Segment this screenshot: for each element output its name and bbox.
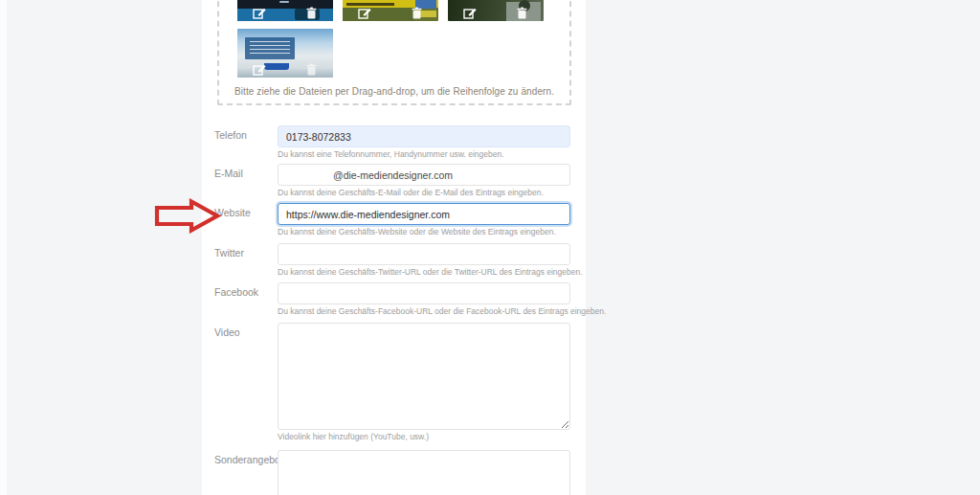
edit-icon[interactable]	[358, 7, 372, 19]
twitter-helper: Du kannst deine Geschäfts-Twitter-URL od…	[278, 267, 583, 277]
website-helper: Du kannst deine Geschäfts-Website oder d…	[278, 227, 556, 236]
video-textarea[interactable]	[278, 323, 570, 430]
edit-icon[interactable]	[463, 7, 478, 19]
dropzone-hint: Bitte ziehe die Dateien per Drag-and-dro…	[217, 86, 571, 97]
thumbnail-decoration	[245, 37, 295, 59]
facebook-input[interactable]	[278, 282, 570, 304]
page-left-edge	[0, 0, 7, 495]
edit-icon[interactable]	[253, 63, 267, 76]
thumbnail-decoration	[343, 8, 413, 21]
image-thumbnail-4[interactable]	[237, 29, 333, 78]
image-thumbnail-3[interactable]	[448, 0, 544, 21]
video-helper: Videolink hier hinzufügen (YouTube, usw.…	[278, 432, 429, 441]
telefon-label: Telefon	[214, 129, 247, 141]
trash-icon[interactable]	[410, 7, 424, 19]
twitter-input[interactable]	[278, 243, 570, 265]
trash-icon[interactable]	[515, 7, 529, 19]
thumbnail-decoration	[279, 1, 289, 3]
facebook-helper: Du kannst deine Geschäfts-Facebook-URL o…	[278, 306, 606, 316]
image-thumbnail-2[interactable]	[343, 0, 438, 21]
facebook-label: Facebook	[214, 286, 258, 298]
telefon-helper: Du kannst eine Telefonnummer, Handynumme…	[278, 149, 504, 159]
twitter-label: Twitter	[214, 247, 244, 259]
trash-icon[interactable]	[304, 63, 319, 76]
red-arrow-annotation	[154, 198, 221, 234]
edit-icon[interactable]	[253, 7, 267, 19]
image-thumbnail-1[interactable]	[237, 0, 333, 21]
telefon-input[interactable]	[278, 125, 570, 147]
email-label: E-Mail	[214, 168, 243, 179]
website-input[interactable]	[278, 203, 570, 225]
sonderangebote-textarea[interactable]	[278, 450, 570, 495]
email-helper: Du kannst deine Geschäfts-E-Mail oder di…	[278, 188, 544, 197]
video-label: Video	[214, 326, 240, 338]
thumbnail-decoration	[346, 3, 394, 6]
trash-icon[interactable]	[304, 7, 319, 19]
email-input[interactable]	[278, 164, 570, 186]
thumbnail-decoration	[264, 63, 289, 70]
